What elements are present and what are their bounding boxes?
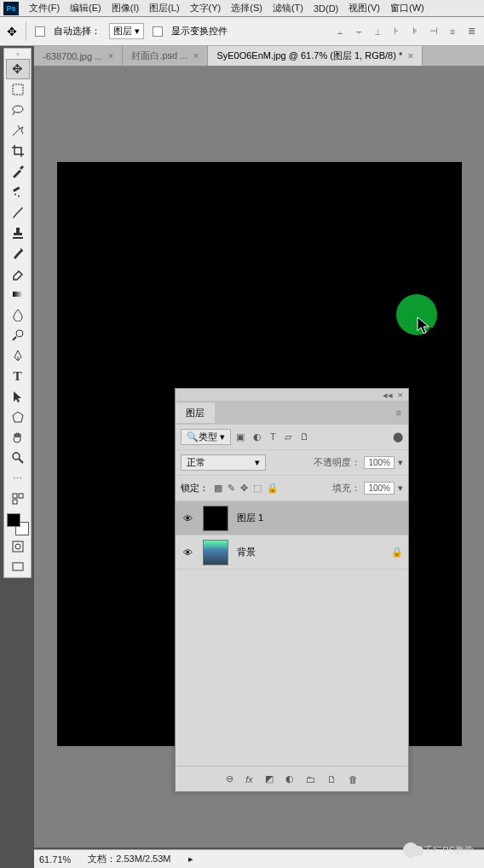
pixel-filter-icon[interactable]: ▣ (236, 431, 245, 443)
screenmode-icon[interactable] (6, 557, 30, 577)
layers-tab[interactable]: 图层 (176, 402, 215, 423)
layer-name[interactable]: 背景 (237, 546, 256, 558)
type-filter-icon[interactable]: T (270, 431, 276, 443)
shape-tool[interactable] (6, 407, 30, 427)
auto-select-checkbox[interactable] (35, 26, 45, 37)
distribute2-icon[interactable]: ≣ (465, 26, 477, 38)
align-top-icon[interactable]: ⫠ (334, 26, 346, 38)
layer-row[interactable]: 👁 图层 1 (176, 501, 408, 535)
collapse-icon[interactable]: ◂◂ (383, 390, 393, 401)
color-swatches[interactable] (6, 512, 30, 536)
type-tool[interactable]: T (6, 366, 30, 386)
menu-view[interactable]: 视图(V) (343, 0, 385, 16)
gradient-tool[interactable] (6, 284, 30, 304)
eyedropper-tool[interactable] (6, 161, 30, 182)
align-bottom-icon[interactable]: ⟂ (372, 26, 383, 38)
lasso-tool[interactable] (6, 100, 30, 120)
fg-color[interactable] (7, 513, 20, 527)
grip-icon[interactable]: ›› (4, 50, 31, 59)
menu-image[interactable]: 图像(I) (107, 0, 144, 16)
filter-toggle-icon[interactable]: ⬤ (393, 431, 403, 443)
menu-3d[interactable]: 3D(D) (308, 2, 343, 15)
align-left-icon[interactable]: ⊦ (390, 26, 402, 38)
filter-select[interactable]: 🔍 类型 ▾ (181, 429, 231, 445)
hand-tool[interactable] (6, 427, 30, 448)
wand-tool[interactable] (6, 120, 30, 141)
show-transform-checkbox[interactable] (153, 26, 163, 37)
menu-select[interactable]: 选择(S) (226, 0, 268, 16)
fx-icon[interactable]: fx (245, 774, 253, 784)
watermark: 千行PS教学 (403, 842, 474, 858)
link-icon[interactable]: ⊖ (226, 773, 233, 784)
tab-doc1[interactable]: -638700.jpg ...× (34, 46, 123, 66)
close-icon[interactable]: × (193, 50, 199, 62)
menu-edit[interactable]: 编辑(E) (65, 0, 107, 16)
layers-panel[interactable]: ◂◂ × 图层 ≡ 🔍 类型 ▾ ▣ ◐ T ▱ 🗋 ⬤ 正常▾ 不透明度： 1… (175, 388, 409, 792)
zoom-value[interactable]: 61.71% (39, 854, 71, 865)
filter-icons: ▣ ◐ T ▱ 🗋 (236, 431, 309, 443)
history-brush-tool[interactable] (6, 243, 30, 263)
lock-paint-icon[interactable]: ✎ (228, 483, 235, 494)
svg-text:✥: ✥ (427, 326, 433, 336)
distribute-icon[interactable]: ≡ (447, 26, 458, 38)
close-icon[interactable]: × (407, 50, 413, 62)
lock-trans-icon[interactable]: ▩ (214, 483, 222, 494)
layer-thumbnail[interactable] (203, 540, 228, 565)
dropdown-icon[interactable]: ▾ (398, 483, 403, 494)
align-vcenter-icon[interactable]: ⫟ (353, 26, 365, 38)
marquee-tool[interactable] (6, 79, 30, 100)
mask-icon[interactable]: ◩ (265, 773, 274, 784)
visibility-icon[interactable]: 👁 (181, 513, 194, 524)
menu-type[interactable]: 文字(Y) (185, 0, 227, 16)
shape-filter-icon[interactable]: ▱ (285, 431, 291, 443)
ellipsis-icon[interactable]: ⋯ (6, 468, 30, 489)
blend-select[interactable]: 正常▾ (181, 454, 266, 471)
zoom-tool[interactable] (6, 448, 30, 468)
edit-toolbar-icon[interactable] (6, 489, 30, 509)
group-icon[interactable]: 🗀 (306, 774, 315, 784)
path-select-tool[interactable] (6, 386, 30, 407)
opacity-input[interactable]: 100% (364, 456, 395, 469)
tab-doc3[interactable]: SyE0O6EnM.jpg @ 61.7% (图层 1, RGB/8) *× (208, 46, 423, 66)
layer-thumbnail[interactable] (203, 506, 228, 531)
move-tool[interactable]: ✥ (6, 59, 30, 79)
adjustment-icon[interactable]: ◐ (285, 773, 294, 784)
lock-all-icon[interactable]: 🔒 (267, 483, 279, 494)
svg-rect-0 (13, 84, 23, 95)
heal-tool[interactable] (6, 182, 30, 202)
visibility-icon[interactable]: 👁 (181, 547, 194, 558)
watermark-text: 千行PS教学 (424, 844, 474, 857)
quickmask-icon[interactable] (6, 536, 30, 557)
align-hcenter-icon[interactable]: ⊧ (409, 26, 421, 38)
crop-tool[interactable] (6, 141, 30, 161)
dropdown-icon[interactable]: ▾ (398, 457, 403, 468)
eraser-tool[interactable] (6, 263, 30, 284)
tab-doc2[interactable]: 封面白.psd ...× (123, 46, 208, 66)
brush-tool[interactable] (6, 202, 30, 223)
layer-row[interactable]: 👁 背景 🔒 (176, 535, 408, 570)
stamp-tool[interactable] (6, 223, 30, 243)
blur-tool[interactable] (6, 304, 30, 325)
panel-menu-icon[interactable]: ≡ (396, 408, 401, 418)
pen-tool[interactable] (6, 345, 30, 366)
menu-filter[interactable]: 滤镜(T) (268, 0, 308, 16)
lock-artboard-icon[interactable]: ⬚ (253, 483, 262, 494)
show-transform-label: 显示变换控件 (171, 25, 228, 38)
layer-name[interactable]: 图层 1 (237, 512, 263, 524)
target-select[interactable]: 图层 ▾ (109, 23, 144, 39)
chevron-right-icon[interactable]: ▸ (188, 854, 193, 865)
close-icon[interactable]: × (398, 390, 403, 400)
lock-pos-icon[interactable]: ✥ (240, 483, 248, 494)
doc-size[interactable]: 文档：2.53M/2.53M (88, 853, 170, 865)
new-layer-icon[interactable]: 🗋 (327, 774, 337, 784)
delete-icon[interactable]: 🗑 (349, 774, 358, 784)
close-icon[interactable]: × (107, 50, 113, 62)
dodge-tool[interactable] (6, 325, 30, 345)
adjust-filter-icon[interactable]: ◐ (253, 431, 262, 443)
align-right-icon[interactable]: ⊣ (428, 26, 440, 38)
fill-input[interactable]: 100% (364, 482, 395, 495)
menu-layer[interactable]: 图层(L) (144, 0, 184, 16)
menu-window[interactable]: 窗口(W) (385, 0, 429, 16)
smart-filter-icon[interactable]: 🗋 (300, 431, 309, 443)
menu-file[interactable]: 文件(F) (24, 0, 65, 16)
